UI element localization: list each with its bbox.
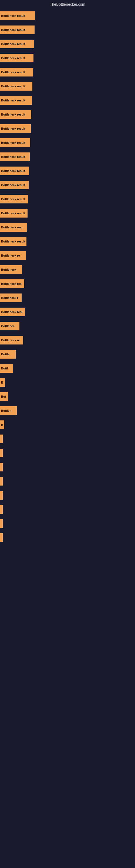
bar-label: Bottleneck result [1,113,25,116]
bar-label: Bottleneck result [1,240,25,243]
bar-row: Bottleneck result [0,206,135,220]
bar-row: Bottleneck result [0,178,135,192]
bar-label: Bottleneck result [1,197,25,201]
bar-item [0,519,3,528]
bar-label: Bottleneck resu [1,310,24,314]
bar-item: B [0,378,5,387]
bar-row: Bottl [0,361,135,375]
bar-item: Bottleneck result [0,124,31,133]
bar-row: Bottleneck result [0,235,135,248]
bar-item [0,491,3,500]
bar-item: Bottleneck [0,265,22,274]
bar-label: Bottleneck result [1,85,25,88]
bar-row: Bottleneck resu [0,305,135,319]
bar-item: Bottleneck result [0,54,34,62]
bar-row: Bottleneck [0,262,135,277]
bar-label: Bottleneck result [1,56,25,60]
bar-item: Bottleneck resu [0,308,25,316]
bar-item: Bottle [0,350,16,359]
bar-row: Bottleneck re [0,248,135,262]
bar-item: Bottleneck result [0,40,34,48]
bar-item: Bottleneck re [0,336,23,344]
bar-item: Bottleneck result [0,82,32,91]
bar-item: Bottleneck result [0,181,29,189]
bar-row: Bottleneck result [0,150,135,164]
bar-label: Bottleneck result [1,169,25,173]
bar-row: Bottleneck result [0,93,135,107]
bar-label: Bottl [1,367,8,370]
bar-item [0,435,3,443]
bar-label: Bottle [1,352,9,356]
bar-label: B [1,381,3,384]
site-header: TheBottlenecker.com [0,0,135,8]
bar-item: Bottleneck result [0,68,33,76]
bar-label: Bottlen [1,409,11,412]
bar-row: Bottleneck result [0,37,135,51]
bar-label: Bottleneck result [1,212,25,215]
bar-item: Bottleneck result [0,138,30,147]
bar-label: Bottleneck [1,268,16,271]
bar-item: Bottleneck res [0,279,24,288]
bar-row [0,432,135,446]
bar-item: Bottleneck result [0,96,32,105]
bar-row: Bottleneck re [0,333,135,347]
bar-label: Bottleneck res [1,282,21,285]
bar-item [0,448,3,457]
bar-row: Bottleneck result [0,65,135,79]
bar-item: Bottleneck result [0,209,28,218]
bar-item: Bottleneck result [0,237,27,246]
bar-item: Bottlenec [0,322,19,330]
bar-label: Bottlenec [1,324,14,328]
bar-label: Bottleneck result [1,70,25,74]
bar-row [0,531,135,545]
bar-label: Bottleneck r [1,296,18,300]
bar-item: Bottleneck resu [0,223,27,231]
bar-label: Bottleneck result [1,99,25,102]
bar-item: Bottleneck result [0,26,35,34]
bar-label: Bottleneck result [1,155,25,158]
bar-row [0,460,135,474]
bar-item [0,533,3,542]
bar-row [0,488,135,502]
bar-item: Bottl [0,364,13,373]
bar-row: B [0,375,135,390]
bar-row: Bottleneck result [0,135,135,150]
bar-item: Bottleneck result [0,152,30,161]
bar-row: Bottleneck result [0,51,135,65]
bar-row [0,517,135,531]
bar-item [0,463,3,471]
bar-label: Bottleneck result [1,14,25,18]
bar-label: B [1,423,3,426]
bar-row: Bottleneck result [0,122,135,135]
bar-label: Bottleneck result [1,42,25,45]
bar-row: Bot [0,390,135,404]
bar-row [0,474,135,488]
bar-row [0,502,135,517]
bar-label: Bottleneck result [1,28,25,31]
bar-label: Bottleneck resu [1,226,24,229]
bar-row: Bottleneck result [0,192,135,206]
bar-item: Bottlen [0,406,17,415]
bar-row: Bottlenec [0,319,135,333]
bar-row: Bottleneck result [0,79,135,93]
bar-row: B [0,418,135,432]
bar-row: Bottleneck res [0,277,135,291]
bar-item: B [0,421,4,429]
bar-item: Bottleneck r [0,293,21,302]
bar-row: Bottleneck result [0,164,135,178]
bar-item [0,477,3,486]
bar-row: Bottle [0,347,135,361]
bar-row: Bottleneck result [0,107,135,122]
bar-label: Bottleneck re [1,339,20,342]
bar-label: Bottleneck result [1,127,25,130]
bar-item: Bottleneck result [0,195,28,204]
bar-row: Bottleneck r [0,291,135,305]
bar-row [0,446,135,460]
bars-container: Bottleneck resultBottleneck resultBottle… [0,8,135,546]
bar-item: Bottleneck result [0,166,29,175]
bar-row: Bottlen [0,404,135,418]
bar-item [0,505,3,514]
bar-item: Bottleneck result [0,110,31,119]
bar-label: Bottleneck re [1,254,20,257]
bar-row: Bottleneck result [0,9,135,23]
